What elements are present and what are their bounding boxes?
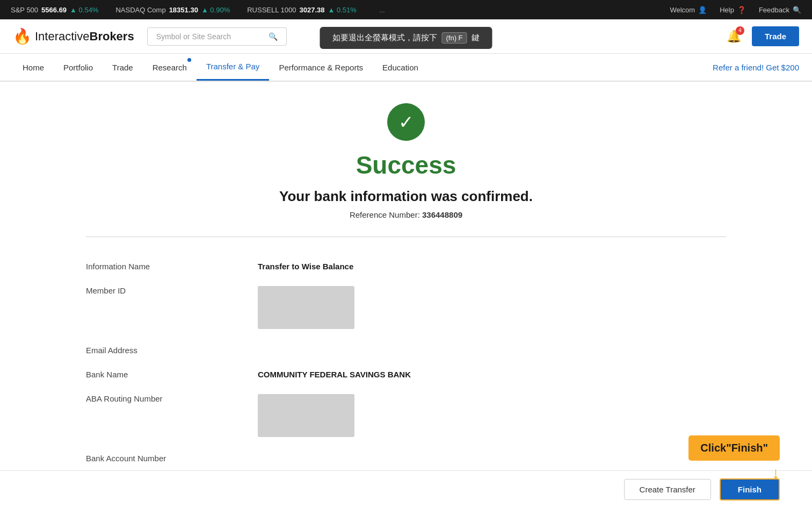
nav-item-home[interactable]: Home <box>13 54 54 81</box>
annotation-finish: Click"Finish" ↓ <box>688 435 780 481</box>
info-value-bank-account-number <box>258 454 726 463</box>
info-label-email: Email Address <box>86 346 258 355</box>
aba-routing-redacted <box>258 394 354 437</box>
ticker-russell-value: 3027.38 <box>300 6 325 14</box>
member-id-redacted <box>258 286 354 329</box>
ticker-nasdaq-change: ▲ 0.90% <box>201 6 230 14</box>
logo-text: InteractiveBrokers <box>35 30 134 44</box>
info-value-member-id <box>258 286 726 331</box>
ticker-more-dots[interactable]: ... <box>379 6 385 14</box>
search-icon: 🔍 <box>269 32 278 41</box>
ticker-sp500-change: ▲ 0.54% <box>70 6 98 14</box>
notification-badge: 4 <box>736 26 744 35</box>
nav-item-research[interactable]: Research <box>143 54 197 81</box>
nav-item-education[interactable]: Education <box>373 54 428 81</box>
nav-item-performance-reports[interactable]: Performance & Reports <box>269 54 373 81</box>
info-row-aba-routing: ABA Routing Number <box>86 387 726 446</box>
info-label-information-name: Information Name <box>86 262 258 271</box>
info-value-aba-routing <box>258 394 726 439</box>
ticker-russell-label: RUSSELL 1000 <box>247 6 296 14</box>
info-label-member-id: Member ID <box>86 286 258 331</box>
ticker-nasdaq-value: 18351.30 <box>169 6 198 14</box>
ticker-right-actions: Welcom 👤 Help ❓ Feedback 🔍 <box>670 6 801 14</box>
ticker-nasdaq: NASDAQ Comp 18351.30 ▲ 0.90% <box>115 6 230 14</box>
info-value-email <box>258 346 726 355</box>
reference-number: Reference Number: 336448809 <box>350 210 462 219</box>
ticker-russell: RUSSELL 1000 3027.38 ▲ 0.51% <box>247 6 357 14</box>
info-row-bank-account-number: Bank Account Number <box>86 446 726 470</box>
section-divider <box>86 237 726 237</box>
info-row-information-name: Information Name Transfer to Wise Balanc… <box>86 254 726 278</box>
search-bar[interactable]: Symbol or Site Search 🔍 <box>147 27 287 46</box>
ticker-welcome[interactable]: Welcom 👤 <box>670 6 707 14</box>
logo[interactable]: 🔥 InteractiveBrokers <box>13 27 134 45</box>
info-value-information-name: Transfer to Wise Balance <box>258 262 726 271</box>
info-label-bank-name: Bank Name <box>86 370 258 379</box>
help-icon: ❓ <box>737 6 746 14</box>
success-title: Success <box>356 151 456 180</box>
success-icon-circle: ✓ <box>387 103 425 141</box>
refer-friend-link[interactable]: Refer a friend! Get $200 <box>713 54 799 81</box>
info-value-bank-name: COMMUNITY FEDERAL SAVINGS BANK <box>258 370 726 379</box>
tooltip-text-before: 如要退出全螢幕模式，請按下 <box>332 33 437 43</box>
main-nav: Home Portfolio Trade Research Transfer &… <box>0 54 812 82</box>
notification-bell[interactable]: 🔔 4 <box>727 30 741 44</box>
info-table: Information Name Transfer to Wise Balanc… <box>86 254 726 495</box>
nav-item-trade[interactable]: Trade <box>103 54 143 81</box>
ticker-sp500: S&P 500 5566.69 ▲ 0.54% <box>11 6 98 14</box>
click-finish-badge: Click"Finish" <box>688 435 780 461</box>
logo-text-light: Interactive <box>35 30 90 43</box>
header: 🔥 InteractiveBrokers Symbol or Site Sear… <box>0 19 812 54</box>
feedback-icon: 🔍 <box>793 6 801 14</box>
help-label: Help <box>720 6 734 14</box>
logo-flame-icon: 🔥 <box>13 27 32 45</box>
welcome-text: Welcom <box>670 6 695 14</box>
info-row-bank-name: Bank Name COMMUNITY FEDERAL SAVINGS BANK <box>86 362 726 387</box>
checkmark-icon: ✓ <box>398 111 414 133</box>
ticker-russell-change: ▲ 0.51% <box>328 6 357 14</box>
info-label-bank-account-number: Bank Account Number <box>86 454 258 463</box>
tooltip-kbd: (fn) F <box>441 32 467 44</box>
trade-button[interactable]: Trade <box>752 26 799 46</box>
ticker-nasdaq-label: NASDAQ Comp <box>115 6 165 14</box>
logo-text-bold: Brokers <box>90 30 134 43</box>
reference-value: 336448809 <box>422 210 462 219</box>
tooltip-text-after: 鍵 <box>472 33 480 43</box>
finish-button[interactable]: Finish <box>720 478 780 500</box>
reference-label: Reference Number: <box>350 210 420 219</box>
header-right: 🔔 4 Trade <box>727 26 799 46</box>
ticker-sp500-value: 5566.69 <box>41 6 67 14</box>
research-dot-indicator <box>187 58 191 62</box>
ticker-bar: S&P 500 5566.69 ▲ 0.54% NASDAQ Comp 1835… <box>0 0 812 19</box>
ticker-feedback[interactable]: Feedback 🔍 <box>759 6 801 14</box>
nav-item-transfer-pay[interactable]: Transfer & Pay <box>197 54 269 81</box>
feedback-label: Feedback <box>759 6 789 14</box>
user-icon: 👤 <box>698 6 707 14</box>
info-row-member-id: Member ID <box>86 278 726 338</box>
nav-research-label: Research <box>153 63 187 72</box>
ticker-help[interactable]: Help ❓ <box>720 6 746 14</box>
search-placeholder-text: Symbol or Site Search <box>156 32 231 41</box>
nav-item-portfolio[interactable]: Portfolio <box>54 54 103 81</box>
keyboard-shortcut-tooltip: 如要退出全螢幕模式，請按下 (fn) F 鍵 <box>320 27 492 49</box>
info-label-aba-routing: ABA Routing Number <box>86 394 258 439</box>
success-subtitle: Your bank information was confirmed. <box>279 188 533 205</box>
create-transfer-button[interactable]: Create Transfer <box>624 479 711 500</box>
annotation-arrow-icon: ↓ <box>772 465 780 481</box>
info-row-email: Email Address <box>86 338 726 362</box>
ticker-sp500-label: S&P 500 <box>11 6 38 14</box>
